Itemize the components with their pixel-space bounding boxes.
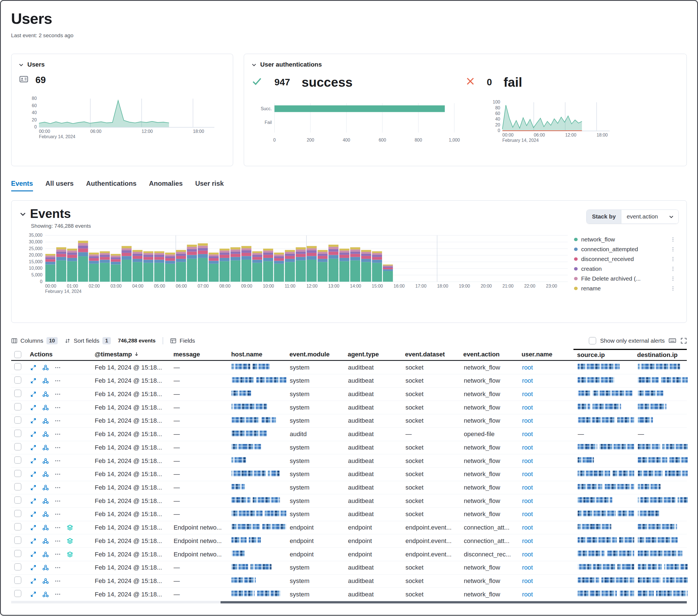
more-actions-icon[interactable] [55,485,61,491]
user-name-link[interactable]: root [522,591,533,598]
row-checkbox[interactable] [14,403,21,410]
chevron-down-icon[interactable] [19,210,26,217]
row-checkbox[interactable] [14,430,21,437]
select-all-checkbox[interactable] [14,351,21,358]
user-name-link[interactable]: root [522,457,533,464]
analyze-event-icon[interactable] [42,551,49,558]
row-checkbox[interactable] [14,523,21,530]
analyze-event-icon[interactable] [42,458,49,464]
row-checkbox[interactable] [14,376,21,384]
analyze-event-icon[interactable] [42,377,49,384]
analyze-event-icon[interactable] [42,564,49,571]
analyze-event-icon[interactable] [42,484,49,491]
tab-anomalies[interactable]: Anomalies [149,180,183,191]
user-name-link[interactable]: root [522,471,533,477]
row-checkbox[interactable] [14,590,21,597]
user-name-link[interactable]: root [522,484,533,491]
user-name-link[interactable]: root [522,377,533,384]
analyze-event-icon[interactable] [42,431,49,438]
more-actions-icon[interactable] [55,418,61,424]
external-alerts-checkbox[interactable] [589,337,596,344]
column-header-event-dataset[interactable]: event.dataset [402,349,460,360]
legend-menu-icon[interactable] [670,285,675,291]
more-actions-icon[interactable] [55,445,61,451]
more-actions-icon[interactable] [55,431,61,437]
column-header-event-action[interactable]: event.action [460,349,518,360]
user-name-link[interactable]: root [522,417,533,424]
expand-event-icon[interactable] [30,485,37,491]
analyze-event-icon[interactable] [42,364,49,371]
column-header-source-ip[interactable]: source.ip [573,349,633,360]
expand-event-icon[interactable] [30,445,37,451]
expand-event-icon[interactable] [30,591,37,597]
expand-event-icon[interactable] [30,418,37,424]
row-checkbox[interactable] [14,563,21,570]
user-name-link[interactable]: root [522,511,533,517]
more-actions-icon[interactable] [55,578,61,584]
column-header-actions[interactable]: Actions [26,349,91,360]
column-header-destination-ip[interactable]: destination.ip [633,349,687,360]
legend-menu-icon[interactable] [670,275,675,282]
expand-event-icon[interactable] [30,511,37,517]
column-header-agent-type[interactable]: agent.type [344,349,402,360]
more-actions-icon[interactable] [55,538,61,544]
analyze-event-icon[interactable] [42,418,49,424]
row-checkbox[interactable] [14,417,21,424]
more-actions-icon[interactable] [55,364,61,371]
stack-by-select[interactable]: event.action [621,210,679,224]
sort-fields-button[interactable]: Sort fields 1 [65,337,111,344]
expand-event-icon[interactable] [30,471,37,477]
legend-item[interactable]: disconnect_received [574,254,675,264]
more-actions-icon[interactable] [55,391,61,397]
tab-authentications[interactable]: Authentications [86,180,137,191]
more-actions-icon[interactable] [55,471,61,477]
row-checkbox[interactable] [14,550,21,557]
row-checkbox[interactable] [14,443,21,450]
tab-user-risk[interactable]: User risk [195,180,224,191]
legend-menu-icon[interactable] [670,256,675,262]
more-actions-icon[interactable] [55,591,61,597]
legend-menu-icon[interactable] [670,246,675,252]
row-checkbox[interactable] [14,483,21,490]
more-actions-icon[interactable] [55,564,61,571]
user-name-link[interactable]: root [522,390,533,398]
more-actions-icon[interactable] [55,458,61,464]
user-name-link[interactable]: root [522,538,533,544]
chevron-down-icon[interactable] [251,62,257,68]
row-checkbox[interactable] [14,576,21,584]
analyze-event-icon[interactable] [42,524,49,531]
row-checkbox[interactable] [14,470,21,477]
chevron-down-icon[interactable] [18,62,24,68]
expand-event-icon[interactable] [30,391,37,397]
legend-item[interactable]: creation [574,264,675,274]
user-name-link[interactable]: root [522,364,533,371]
user-name-link[interactable]: root [522,497,533,504]
analyze-event-icon[interactable] [42,498,49,504]
analyze-event-icon[interactable] [42,511,49,517]
fields-button[interactable]: Fields [170,338,195,344]
more-actions-icon[interactable] [55,551,61,557]
user-name-link[interactable]: root [522,564,533,571]
user-name-link[interactable]: root [522,524,533,531]
row-checkbox[interactable] [14,390,21,397]
more-actions-icon[interactable] [55,498,61,504]
expand-event-icon[interactable] [30,378,37,384]
expand-event-icon[interactable] [30,564,37,571]
analyze-event-icon[interactable] [42,444,49,451]
tab-events[interactable]: Events [11,180,33,191]
column-header-host-name[interactable]: host.name [227,349,286,360]
expand-event-icon[interactable] [30,538,37,544]
expand-event-icon[interactable] [30,551,37,557]
legend-item[interactable]: File Delete archived (... [574,274,675,283]
analyze-event-icon[interactable] [42,578,49,584]
fullscreen-button[interactable] [680,338,687,344]
user-name-link[interactable]: root [522,431,533,438]
analyze-event-icon[interactable] [42,591,49,598]
column-header-user-name[interactable]: user.name [518,349,574,360]
analyze-event-icon[interactable] [42,391,49,398]
scrollbar-thumb[interactable] [221,601,687,603]
row-checkbox[interactable] [14,510,21,517]
user-name-link[interactable]: root [522,577,533,584]
column-header-message[interactable]: message [170,349,228,360]
analyze-event-icon[interactable] [42,471,49,477]
